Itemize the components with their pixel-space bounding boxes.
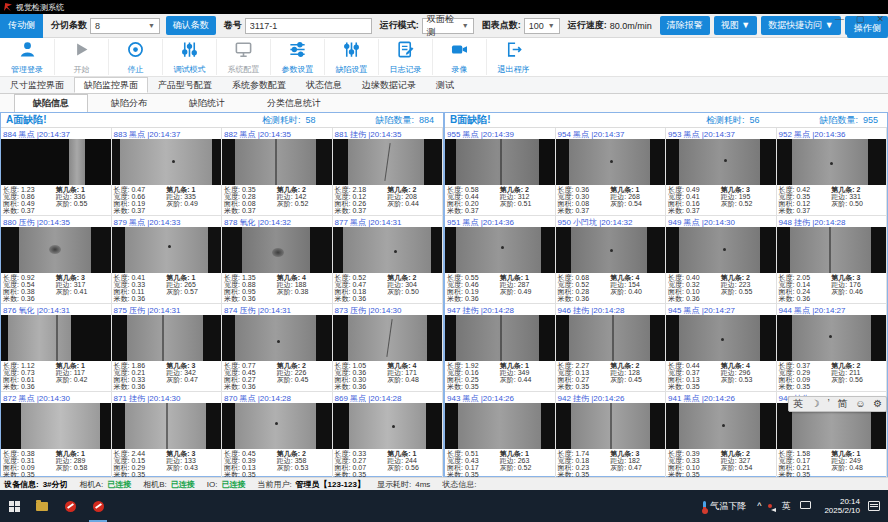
defect-cell[interactable]: 943 黑点 |20:14:26 长度: 0.51 宽度: 0.43 面积: 0…	[445, 392, 556, 480]
defect-thumbnail[interactable]	[556, 315, 666, 361]
defect-thumbnail[interactable]	[1, 227, 111, 273]
defect-cell[interactable]: 882 黑点 |20:14:35 长度: 0.35 宽度: 0.28 面积: 0…	[222, 128, 333, 216]
defect-thumbnail[interactable]	[445, 227, 555, 273]
defect-cell[interactable]: 946 挂伤 |20:14:28 长度: 2.27 宽度: 0.13 面积: 0…	[556, 304, 667, 392]
defect-cell[interactable]: 953 黑点 |20:14:37 长度: 0.49 宽度: 0.41 面积: 0…	[666, 128, 777, 216]
defect-cell[interactable]: 955 黑点 |20:14:39 长度: 0.58 宽度: 0.44 面积: 0…	[445, 128, 556, 216]
defect-cell[interactable]: 944 黑点 |20:14:27 长度: 0.37 宽度: 0.29 面积: 0…	[777, 304, 888, 392]
defect-thumbnail[interactable]	[445, 139, 555, 185]
view-menu-button[interactable]: 视图 ▼	[714, 16, 757, 35]
ribbon-button-exit[interactable]: 退出程序	[486, 39, 540, 75]
defect-thumbnail[interactable]	[112, 139, 222, 185]
defect-thumbnail[interactable]	[333, 403, 443, 449]
defect-cell[interactable]: 881 挂伤 |20:14:35 长度: 2.18 宽度: 0.12 面积: 0…	[333, 128, 444, 216]
ribbon-button-user[interactable]: 管理登录	[0, 39, 54, 75]
app-shortcut-2[interactable]	[84, 490, 112, 522]
defect-thumbnail[interactable]	[666, 403, 776, 449]
defect-thumbnail[interactable]	[222, 139, 332, 185]
tray-expand-button[interactable]: ^	[752, 501, 766, 511]
input-language-indicator[interactable]: 英	[776, 500, 795, 513]
defect-thumbnail[interactable]	[222, 403, 332, 449]
sub-tab-3[interactable]: 分类信息统计	[248, 94, 340, 113]
data-access-menu-button[interactable]: 数据快捷访问 ▼	[761, 16, 840, 35]
sub-tab-2[interactable]: 缺陷统计	[170, 94, 244, 113]
defect-cell[interactable]: 948 挂伤 |20:14:28 长度: 2.05 宽度: 0.14 面积: 0…	[777, 216, 888, 304]
defect-thumbnail[interactable]	[112, 227, 222, 273]
start-button[interactable]	[0, 490, 28, 522]
defect-thumbnail[interactable]	[777, 227, 887, 273]
confirm-count-button[interactable]: 确认条数	[166, 16, 216, 35]
defect-thumbnail[interactable]	[222, 227, 332, 273]
ribbon-button-vsliders[interactable]: 缺陷设置	[324, 39, 378, 75]
defect-thumbnail[interactable]	[556, 139, 666, 185]
app-shortcut-1[interactable]	[56, 490, 84, 522]
defect-thumbnail[interactable]	[445, 315, 555, 361]
punctuation-toggle[interactable]: ’	[827, 397, 829, 411]
defect-cell[interactable]: 950 小凹坑 |20:14:32 长度: 0.68 宽度: 0.52 面积: …	[556, 216, 667, 304]
ribbon-button-play[interactable]: 开始	[54, 39, 108, 75]
ribbon-button-hsliders[interactable]: 参数设置	[270, 39, 324, 75]
defect-cell[interactable]: 876 氧化 |20:14:31 长度: 1.12 宽度: 0.73 面积: 0…	[1, 304, 112, 392]
defect-cell[interactable]: 883 黑点 |20:14:37 长度: 0.47 宽度: 0.66 面积: 0…	[112, 128, 223, 216]
gear-icon[interactable]: ⚙	[873, 397, 882, 411]
defect-thumbnail[interactable]	[1, 403, 111, 449]
defect-thumbnail[interactable]	[445, 403, 555, 449]
defect-cell[interactable]: 949 黑点 |20:14:30 长度: 0.40 宽度: 0.32 面积: 0…	[666, 216, 777, 304]
defect-cell[interactable]: 954 黑点 |20:14:37 长度: 0.36 宽度: 0.30 面积: 0…	[556, 128, 667, 216]
roll-number-input[interactable]	[245, 18, 372, 34]
defect-cell[interactable]: 951 黑点 |20:14:36 长度: 0.55 宽度: 0.46 面积: 0…	[445, 216, 556, 304]
defect-cell[interactable]: 875 压伤 |20:14:31 长度: 1.86 宽度: 0.21 面积: 0…	[112, 304, 223, 392]
defect-cell[interactable]: 873 压伤 |20:14:30 长度: 1.05 宽度: 0.36 面积: 0…	[333, 304, 444, 392]
defect-thumbnail[interactable]	[666, 139, 776, 185]
touch-keyboard-icon[interactable]	[795, 501, 816, 511]
main-tab-1[interactable]: 缺陷监控界面	[74, 77, 148, 93]
defect-thumbnail[interactable]	[333, 139, 443, 185]
action-center-icon[interactable]	[868, 501, 880, 511]
main-tab-6[interactable]: 测试	[426, 77, 464, 93]
defect-cell[interactable]: 869 黑点 |20:14:28 长度: 0.33 宽度: 0.27 面积: 0…	[333, 392, 444, 480]
defect-cell[interactable]: 947 挂伤 |20:14:28 长度: 1.92 宽度: 0.16 面积: 0…	[445, 304, 556, 392]
emoji-icon[interactable]: ☺	[855, 397, 865, 411]
defect-thumbnail[interactable]	[556, 227, 666, 273]
ribbon-button-log[interactable]: 日志记录	[378, 39, 432, 75]
drive-side-button[interactable]: 传动侧	[0, 14, 43, 38]
defect-thumbnail[interactable]	[777, 315, 887, 361]
defect-thumbnail[interactable]	[333, 315, 443, 361]
defect-cell[interactable]: 941 黑点 |20:14:26 长度: 0.39 宽度: 0.33 面积: 0…	[666, 392, 777, 480]
defect-cell[interactable]: 877 黑点 |20:14:31 长度: 0.52 宽度: 0.47 面积: 0…	[333, 216, 444, 304]
defect-cell[interactable]: 945 黑点 |20:14:27 长度: 0.44 宽度: 0.37 面积: 0…	[666, 304, 777, 392]
defect-cell[interactable]: 874 压伤 |20:14:31 长度: 0.77 宽度: 0.45 面积: 0…	[222, 304, 333, 392]
main-tab-2[interactable]: 产品型号配置	[148, 77, 222, 93]
minimize-button[interactable]: —	[835, 14, 844, 24]
sub-tab-1[interactable]: 缺陷分布	[92, 94, 166, 113]
main-tab-3[interactable]: 系统参数配置	[222, 77, 296, 93]
defect-cell[interactable]: 880 压伤 |20:14:35 长度: 0.92 宽度: 0.54 面积: 0…	[1, 216, 112, 304]
ribbon-button-tune[interactable]: 调试模式	[162, 39, 216, 75]
defect-cell[interactable]: 871 挂伤 |20:14:30 长度: 2.44 宽度: 0.15 面积: 0…	[112, 392, 223, 480]
weather-widget[interactable]: 气温下降	[697, 500, 752, 513]
ime-simplified-toggle[interactable]: 简	[837, 397, 847, 411]
defect-thumbnail[interactable]	[222, 315, 332, 361]
moon-icon[interactable]: ☽	[811, 397, 820, 411]
slit-count-select[interactable]: 8▼	[90, 18, 160, 34]
main-tab-5[interactable]: 边缘数据记录	[352, 77, 426, 93]
ribbon-button-monitor[interactable]: 系统配置	[216, 39, 270, 75]
defect-thumbnail[interactable]	[1, 139, 111, 185]
ime-english-toggle[interactable]: 英	[793, 397, 803, 411]
defect-cell[interactable]: 884 黑点 |20:14:37 长度: 1.23 宽度: 0.86 面积: 0…	[1, 128, 112, 216]
clear-alarm-button[interactable]: 清除报警	[660, 16, 710, 35]
maximize-button[interactable]: ▢	[856, 14, 865, 24]
sub-tab-0[interactable]: 缺陷信息	[14, 94, 88, 113]
defect-thumbnail[interactable]	[666, 315, 776, 361]
defect-thumbnail[interactable]	[333, 227, 443, 273]
defect-thumbnail[interactable]	[777, 139, 887, 185]
defect-cell[interactable]: 942 挂伤 |20:14:26 长度: 1.74 宽度: 0.18 面积: 0…	[556, 392, 667, 480]
defect-cell[interactable]: 952 黑点 |20:14:36 长度: 0.42 宽度: 0.35 面积: 0…	[777, 128, 888, 216]
defect-cell[interactable]: 879 黑点 |20:14:33 长度: 0.41 宽度: 0.33 面积: 0…	[112, 216, 223, 304]
defect-thumbnail[interactable]	[666, 227, 776, 273]
close-button[interactable]: ✕	[876, 14, 884, 24]
ribbon-button-camera[interactable]: 录像	[432, 39, 486, 75]
defect-thumbnail[interactable]	[556, 403, 666, 449]
defect-cell[interactable]: 878 氧化 |20:14:32 长度: 1.35 宽度: 0.88 面积: 0…	[222, 216, 333, 304]
taskbar-clock[interactable]: 20:14 2025/2/10	[816, 497, 868, 515]
